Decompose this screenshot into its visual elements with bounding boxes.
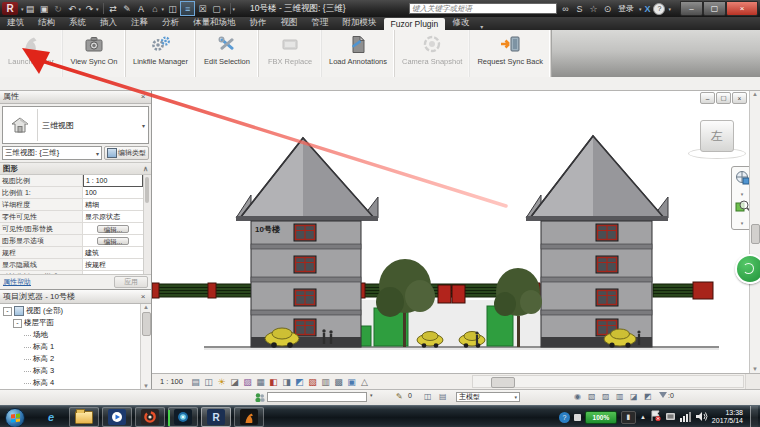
tab-addins[interactable]: 附加模块 [336,16,384,30]
select-by-face-toggle-icon[interactable]: ◪ [630,392,643,401]
drag-on-selection-toggle-icon[interactable]: ◩ [644,392,657,401]
restore-button[interactable]: ▢ [703,1,726,16]
volume-icon[interactable] [696,408,708,426]
tab-structure[interactable]: 结构 [31,16,62,30]
taskbar-explorer-button[interactable] [69,407,99,427]
worksharing-display-icon[interactable]: ▥ [319,376,332,388]
model-3d-view[interactable]: 10号楼 [152,90,759,373]
property-row[interactable]: 规程 建筑 [0,247,143,259]
properties-help-link[interactable]: 属性帮助 [3,277,31,287]
active-only-icon[interactable]: ▤ [439,392,452,401]
scroll-up-icon[interactable]: ▲ [750,91,760,97]
temporary-view-properties-icon[interactable]: ▩ [332,376,345,388]
save-icon[interactable]: ▣ [38,2,51,15]
help-dropdown-icon[interactable]: ▾ [668,6,671,12]
highlight-displacement-icon[interactable]: △ [358,376,371,388]
select-pinned-toggle-icon[interactable]: ▥ [616,392,629,401]
worksets-icon[interactable] [254,392,265,403]
subscription-center-icon[interactable]: S [574,4,585,14]
browser-scrollbar[interactable]: ▲ ▼ [140,304,151,389]
tree-item-floor-plans[interactable]: - 楼层平面 [0,317,140,329]
edit-type-button[interactable]: 编辑类型 [104,146,149,160]
show-crop-region-icon[interactable]: ◧ [267,376,280,388]
undo-dropdown-icon[interactable]: ▾ [79,6,82,12]
search-input[interactable] [409,3,557,14]
redo-dropdown-icon[interactable]: ▾ [96,6,99,12]
network-signal-icon[interactable] [680,408,692,426]
redo-icon[interactable]: ↷ [83,2,96,15]
measure-icon[interactable]: ⇄ [107,2,120,15]
edit-selection-button[interactable]: Edit Selection [196,30,259,77]
tab-analyze[interactable]: 分析 [155,16,186,30]
tree-item-site[interactable]: 场地 [0,329,140,341]
signin-person-icon[interactable]: ⊙ [602,4,613,14]
editing-requests-pencil-icon[interactable]: ✎ [396,392,403,401]
unlocked-view-icon[interactable]: ◨ [280,376,293,388]
tab-annotate[interactable]: 注释 [124,16,155,30]
taskbar-swirl-app-button[interactable] [135,407,165,427]
zoom-dropdown-icon[interactable]: ▾ [741,220,744,226]
tree-item-views[interactable]: - 视图 (全部) [0,305,140,317]
tab-collaborate[interactable]: 协作 [243,16,274,30]
sync-with-central-icon[interactable]: ↻ [52,2,65,15]
property-value[interactable]: 100 [83,187,143,198]
tab-manage[interactable]: 管理 [305,16,336,30]
property-row[interactable]: 可见性/图形替换 编辑... [0,223,143,235]
active-workset-field[interactable] [267,392,367,402]
tree-expander-icon[interactable]: - [3,307,12,316]
taskbar-media-player-button[interactable] [102,407,132,427]
undo-icon[interactable]: ↶ [66,2,79,15]
drawing-area[interactable]: 10号楼 [152,90,760,373]
workset-dropdown-icon[interactable]: ▾ [370,392,373,398]
select-underlay-toggle-icon[interactable]: ▨ [602,392,615,401]
hidden-icons-chevron[interactable]: ▲ [640,414,646,420]
thin-lines-icon[interactable]: ≡ [180,1,195,16]
tag-icon[interactable]: ✎ [121,2,134,15]
customize-qat-dropdown-icon[interactable]: ▾ [233,6,236,12]
view-scale-button[interactable]: 1 : 100 [152,377,189,386]
steering-wheel-dropdown-icon[interactable]: ▾ [741,191,744,197]
tab-systems[interactable]: 系统 [62,16,93,30]
scroll-down-icon[interactable]: ▼ [750,366,760,372]
favorites-star-icon[interactable]: ☆ [588,4,599,14]
tray-app-icon[interactable] [574,414,581,421]
properties-scrollbar[interactable] [143,175,151,274]
linkfile-manager-button[interactable]: Linkfile Manager [126,30,196,77]
analytical-model-icon[interactable]: ▣ [345,376,358,388]
view-restore-icon[interactable]: ▢ [716,92,731,104]
property-value[interactable]: 1 : 100 [83,175,143,187]
action-center-flag-icon[interactable] [650,408,661,426]
zoom-tool-icon[interactable] [735,199,750,218]
camera-snapshot-button[interactable]: Camera Snapshot [395,30,470,77]
edit-visibility-button[interactable]: 编辑... [97,225,129,233]
green-notification-badge[interactable] [735,254,760,284]
view-sync-on-button[interactable]: View Sync On [63,30,126,77]
tab-view[interactable]: 视图 [274,16,305,30]
taskbar-film-player-button[interactable] [168,407,198,427]
project-browser-close-icon[interactable]: × [138,292,148,301]
show-desktop-button[interactable] [750,406,758,427]
editing-requests-icon[interactable]: ◉ [574,392,587,401]
vertical-scrollbar[interactable]: ▲ ▼ [749,90,760,373]
tree-item-level-2[interactable]: 标高 2 [0,353,140,365]
type-selector-dropdown-icon[interactable]: ▾ [142,122,148,129]
search-binoculars-icon[interactable]: ∞ [560,4,571,14]
ime-system-icon[interactable] [665,408,676,426]
tree-item-level-4[interactable]: 标高 4 [0,377,140,389]
type-selector[interactable]: 三维视图 ▾ [2,106,149,144]
fbx-replace-button[interactable]: FBX Replace [259,30,322,77]
taskbar-revit-button[interactable]: R [201,407,231,427]
active-design-option-select[interactable]: 主模型 ▾ [456,392,520,402]
select-links-toggle-icon[interactable]: ▧ [588,392,601,401]
sun-path-icon[interactable]: ☀ [215,376,228,388]
property-row[interactable]: 比例值 1: 100 [0,187,143,199]
start-button[interactable] [5,408,25,427]
tab-architecture[interactable]: 建筑 [0,16,31,30]
properties-panel-header[interactable]: 属性 × [0,90,151,104]
scrollbar-thumb[interactable] [751,224,760,244]
exchange-apps-icon[interactable]: X [644,4,650,14]
close-button[interactable]: × [726,1,758,16]
scrollbar-thumb[interactable] [142,312,151,336]
signin-dropdown-icon[interactable]: ▾ [639,6,642,12]
reveal-hidden-elements-icon[interactable]: ▧ [306,376,319,388]
